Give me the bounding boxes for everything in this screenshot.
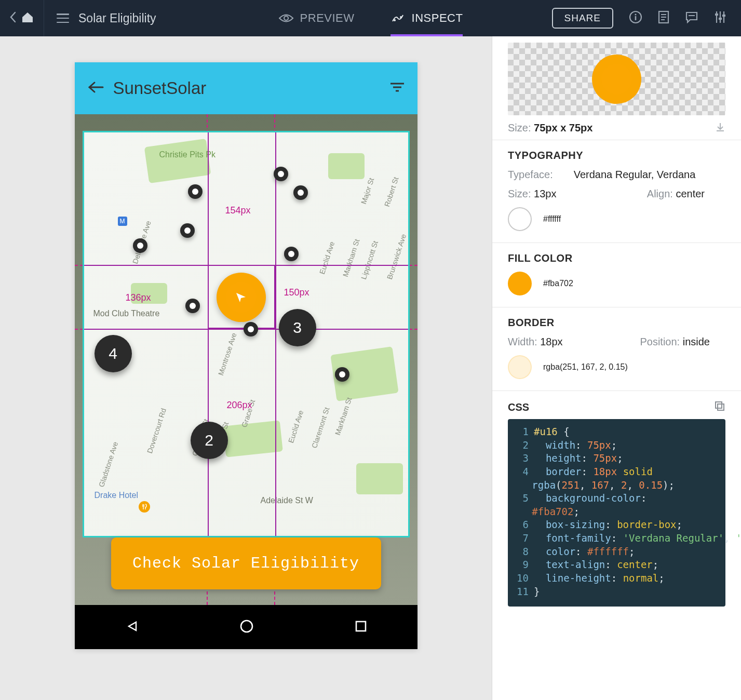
border-color-value: rgba(251, 167, 2, 0.15): [543, 362, 628, 372]
fill-color-value: #fba702: [543, 279, 573, 288]
share-button[interactable]: SHARE: [552, 8, 613, 29]
fontsize-label: Size:: [508, 188, 531, 199]
nav-home-icon[interactable]: [239, 618, 254, 636]
typography-section: TYPOGRAPHY Typeface: Verdana Regular, Ve…: [492, 140, 741, 243]
svg-rect-14: [715, 14, 718, 16]
map-marker[interactable]: [133, 238, 147, 253]
css-heading: CSS: [508, 401, 529, 413]
size-value: 75px x 75px: [534, 122, 592, 133]
sun-location-marker[interactable]: [217, 273, 266, 322]
map-marker[interactable]: [185, 299, 200, 313]
svg-rect-5: [635, 16, 637, 20]
align-label: Align:: [647, 188, 673, 199]
typography-heading: TYPOGRAPHY: [508, 150, 725, 161]
device-frame: SunsetSolar: [75, 62, 417, 649]
map[interactable]: Christie Pits Pk Major St Robert St Dela…: [83, 131, 410, 537]
svg-rect-22: [716, 402, 722, 408]
svg-rect-16: [722, 15, 725, 17]
download-icon[interactable]: [715, 122, 725, 134]
street-label: Montrose Ave: [217, 332, 238, 376]
thumbnail-sun-icon: [592, 55, 641, 104]
menu-icon[interactable]: [57, 14, 69, 23]
map-marker[interactable]: [244, 322, 258, 336]
info-icon[interactable]: [629, 10, 642, 26]
settings-icon[interactable]: [714, 10, 726, 26]
copy-icon[interactable]: [714, 400, 725, 414]
map-marker[interactable]: [335, 367, 349, 382]
fill-color-swatch[interactable]: [508, 272, 532, 295]
street-label: Markham St: [333, 396, 354, 436]
svg-point-0: [284, 16, 288, 20]
guide-solid: [208, 132, 209, 536]
street-label: Euclid Ave: [318, 240, 336, 275]
nav-home-group: [0, 0, 44, 36]
inspector-panel: Size: 75px x 75px TYPOGRAPHY Typeface: V…: [492, 36, 741, 700]
eye-icon: [278, 12, 294, 24]
app-toolbar: Solar Eligibility PREVIEW INSPECT SHARE: [0, 0, 741, 36]
map-cluster[interactable]: 3: [279, 309, 316, 346]
map-marker[interactable]: [180, 223, 195, 238]
street-label: Euclid Ave: [287, 409, 305, 444]
typeface-value: Verdana Regular, Verdana: [574, 169, 696, 181]
filter-icon[interactable]: [389, 82, 405, 95]
typeface-label: Typeface:: [508, 169, 553, 181]
street-label: Lippincott St: [359, 240, 380, 280]
street-label: Mod Club Theatre: [93, 309, 160, 318]
svg-point-20: [241, 621, 252, 632]
street-label: Adelaide St W: [261, 496, 313, 505]
fontsize-value: 13px: [534, 188, 556, 199]
app-title: SunsetSolar: [113, 78, 207, 98]
map-marker[interactable]: [188, 184, 203, 199]
map-cluster[interactable]: 4: [95, 335, 132, 372]
chevron-left-icon[interactable]: [9, 11, 17, 25]
measure-right: 150px: [284, 287, 309, 298]
street-label: Claremont St: [310, 406, 331, 449]
back-arrow-icon[interactable]: [87, 80, 104, 96]
street-label: Brunswick Ave: [385, 233, 408, 280]
svg-point-4: [635, 14, 636, 15]
align-value: center: [676, 188, 705, 199]
border-position-value: inside: [683, 336, 710, 347]
map-marker[interactable]: [284, 247, 299, 261]
street-label: Gladstone Ave: [97, 441, 119, 488]
tab-preview[interactable]: PREVIEW: [278, 0, 355, 36]
nav-back-icon[interactable]: [125, 619, 139, 636]
css-code[interactable]: 1#u16 { 2 width: 75px; 3 height: 75px; 4…: [508, 419, 725, 607]
font-color-value: #ffffff: [543, 214, 561, 224]
svg-point-1: [394, 19, 396, 21]
measure-bottom: 206px: [227, 400, 252, 411]
border-color-swatch[interactable]: [508, 355, 532, 379]
map-marker[interactable]: [274, 167, 288, 181]
home-icon[interactable]: [21, 11, 34, 25]
street-label: Markham St: [341, 238, 361, 278]
border-section: BORDER Width: 18px Position: inside rgba…: [492, 307, 741, 391]
nav-recent-icon[interactable]: [354, 620, 368, 635]
arrow-cursor-icon: [234, 291, 248, 304]
street-label: Dovercourt Rd: [145, 407, 168, 454]
inspect-icon: [391, 12, 406, 24]
svg-rect-15: [719, 18, 722, 20]
street-label: Robert St: [383, 176, 400, 208]
svg-point-2: [400, 16, 402, 18]
map-cluster[interactable]: 2: [191, 422, 228, 459]
street-label: Major St: [359, 177, 375, 205]
tab-inspect[interactable]: INSPECT: [391, 0, 463, 36]
notes-icon[interactable]: [658, 10, 669, 26]
svg-rect-21: [356, 622, 366, 631]
canvas[interactable]: SunsetSolar: [0, 36, 492, 700]
metro-icon: M: [118, 217, 127, 226]
font-color-swatch[interactable]: [508, 207, 532, 231]
border-heading: BORDER: [508, 317, 725, 329]
app-header: SunsetSolar: [75, 62, 417, 114]
map-marker[interactable]: [293, 185, 308, 200]
svg-rect-23: [718, 404, 724, 410]
tab-inspect-label: INSPECT: [412, 11, 463, 25]
measure-left: 136px: [126, 292, 151, 303]
document-title: Solar Eligibility: [78, 11, 156, 25]
comments-icon[interactable]: [685, 11, 698, 25]
border-width-value: 18px: [540, 336, 562, 347]
restaurant-icon: [139, 501, 150, 513]
cta-button[interactable]: Check Solar Eligibility: [111, 537, 381, 589]
border-width-label: Width:: [508, 336, 537, 347]
fill-section: FILL COLOR #fba702: [492, 243, 741, 307]
